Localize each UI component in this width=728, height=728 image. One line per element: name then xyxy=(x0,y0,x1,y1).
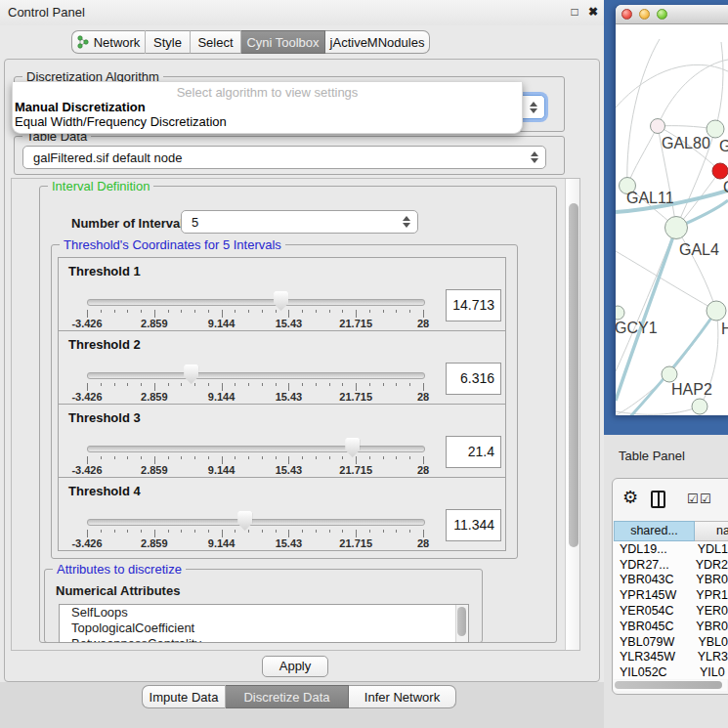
slider-handle[interactable] xyxy=(345,438,360,457)
table-row[interactable]: YPR145WYPR1 xyxy=(614,587,728,603)
tick-mark xyxy=(235,310,236,313)
column-layout-icon[interactable] xyxy=(651,491,665,508)
numerical-attributes-list[interactable]: SelfLoopsTopologicalCoefficientBetweenne… xyxy=(59,604,469,643)
tab-discretize-data[interactable]: Discretize Data xyxy=(226,685,349,708)
tab-impute-data[interactable]: Impute Data xyxy=(142,685,226,708)
tick-mark xyxy=(396,530,397,533)
network-edge[interactable] xyxy=(658,60,728,126)
checkbox-icon[interactable]: ☑ xyxy=(687,492,699,506)
table-cell-shared-name[interactable]: YBR043C xyxy=(614,573,692,586)
table-cell-name[interactable]: YPR1 xyxy=(692,588,728,602)
tab-select[interactable]: Select xyxy=(191,30,241,54)
slider-handle[interactable] xyxy=(184,364,198,384)
checkbox-icon[interactable]: ☑ xyxy=(700,492,711,506)
slider-handle[interactable] xyxy=(237,511,252,531)
table-cell-name[interactable]: YIL0 xyxy=(696,665,725,679)
attribute-item[interactable]: TopologicalCoefficient xyxy=(60,621,468,636)
slider-track[interactable] xyxy=(87,299,425,306)
zoom-window-button[interactable] xyxy=(657,9,667,20)
tick-mark xyxy=(208,456,209,459)
table-row[interactable]: YDL19...YDL1 xyxy=(614,541,728,557)
threshold-value-field[interactable]: 14.713 xyxy=(446,289,501,321)
table-row[interactable]: YER054CYER0 xyxy=(614,603,728,619)
network-node[interactable] xyxy=(651,119,665,134)
network-node[interactable] xyxy=(707,301,726,321)
network-canvas[interactable]: GAL80GGAL11CGAL4GCY1HHAP2 xyxy=(616,24,728,415)
network-edge[interactable] xyxy=(627,126,658,186)
network-edge[interactable] xyxy=(616,64,728,107)
network-node[interactable] xyxy=(665,217,688,239)
table-cell-name[interactable]: YER0 xyxy=(692,604,728,618)
table-cell-name[interactable]: YDL1 xyxy=(694,542,728,556)
table-row[interactable]: YIL052CYIL0 xyxy=(614,664,728,679)
tick-label: 9.144 xyxy=(208,318,236,329)
tick-mark xyxy=(423,383,424,391)
spinner-icon xyxy=(403,216,410,228)
attribute-item[interactable]: BetweennessCentrality xyxy=(60,636,468,643)
table-row[interactable]: YLR345WYLR3 xyxy=(614,650,728,665)
table-cell-name[interactable]: YBR0 xyxy=(692,573,728,586)
column-header-shared-name[interactable]: shared... xyxy=(614,521,695,541)
slider-track[interactable] xyxy=(87,372,425,379)
column-header-name[interactable]: na xyxy=(695,521,728,541)
table-row[interactable]: YDR27...YDR2 xyxy=(614,557,728,573)
table-cell-name[interactable]: YBR0 xyxy=(692,620,728,633)
slider-track[interactable] xyxy=(87,519,425,526)
table-cell-shared-name[interactable]: YDL19... xyxy=(614,542,694,556)
table-row[interactable]: YBR045CYBR0 xyxy=(614,619,728,634)
table-cell-shared-name[interactable]: YLR345W xyxy=(614,650,694,664)
table-data-group: Table Data galFiltered.sif default node xyxy=(14,136,565,175)
dropdown-option-manual[interactable]: Manual Discretization xyxy=(15,100,146,114)
vertical-scrollbar-thumb[interactable] xyxy=(569,203,578,547)
table-cell-shared-name[interactable]: YBL079W xyxy=(614,635,694,649)
table-cell-shared-name[interactable]: YER054C xyxy=(614,604,692,618)
tab-network[interactable]: Network xyxy=(71,30,146,54)
number-of-intervals-combobox[interactable]: 5 xyxy=(181,210,418,234)
list-scrollbar[interactable] xyxy=(455,605,468,642)
tab-cyni-toolbox[interactable]: Cyni Toolbox xyxy=(241,30,325,54)
horizontal-scrollbar[interactable] xyxy=(614,680,727,691)
threshold-label: Threshold 2 xyxy=(68,337,141,352)
vertical-scrollbar[interactable] xyxy=(565,179,579,650)
table-cell-name[interactable]: YDR2 xyxy=(692,558,728,572)
gear-icon[interactable]: ⚙ xyxy=(622,488,638,507)
table-cell-shared-name[interactable]: YBR045C xyxy=(614,620,692,633)
top-tab-bar: Network Style Select Cyni Toolbox jActiv… xyxy=(71,30,430,54)
network-edge[interactable] xyxy=(676,228,716,311)
network-node[interactable] xyxy=(712,163,728,179)
horizontal-scrollbar-thumb[interactable] xyxy=(615,681,722,689)
dropdown-option-equal-width[interactable]: Equal Width/Frequency Discretization xyxy=(15,114,227,129)
attribute-item[interactable]: SelfLoops xyxy=(60,605,468,621)
network-window-titlebar[interactable] xyxy=(616,5,728,24)
close-panel-icon[interactable]: ✖ xyxy=(585,4,601,20)
tab-jactivemnodules[interactable]: jActiveMNodules xyxy=(325,30,430,54)
tick-mark xyxy=(168,383,169,386)
apply-button[interactable]: Apply xyxy=(262,656,328,677)
tab-style[interactable]: Style xyxy=(146,30,191,54)
table-row[interactable]: YBR043CYBR0 xyxy=(614,573,728,588)
slider-track[interactable] xyxy=(87,446,425,452)
table-cell-name[interactable]: YBL0 xyxy=(694,635,728,649)
minimize-window-button[interactable] xyxy=(639,9,650,20)
list-scrollbar-thumb[interactable] xyxy=(457,607,466,636)
tick-labels: -3.4262.8599.14415.4321.71528 xyxy=(87,464,423,476)
threshold-value-field[interactable]: 11.344 xyxy=(446,509,501,541)
threshold-value-field[interactable]: 21.4 xyxy=(446,436,501,468)
float-window-icon[interactable]: □ xyxy=(567,4,582,20)
network-node[interactable] xyxy=(616,306,624,320)
threshold-value-field[interactable]: 6.316 xyxy=(446,363,501,395)
tick-mark xyxy=(356,310,357,318)
table-cell-shared-name[interactable]: YIL052C xyxy=(614,665,696,679)
network-node[interactable] xyxy=(662,366,677,382)
network-edge[interactable] xyxy=(715,42,723,129)
table-cell-shared-name[interactable]: YPR145W xyxy=(614,588,692,602)
network-edge[interactable] xyxy=(627,39,660,186)
slider-handle[interactable] xyxy=(274,291,288,311)
table-data-combobox[interactable]: galFiltered.sif default node xyxy=(22,146,546,169)
table-cell-name[interactable]: YLR3 xyxy=(694,650,728,664)
close-window-button[interactable] xyxy=(621,9,632,20)
tab-infer-network[interactable]: Infer Network xyxy=(349,685,456,708)
table-cell-shared-name[interactable]: YDR27... xyxy=(614,558,692,572)
network-node[interactable] xyxy=(692,399,707,414)
table-row[interactable]: YBL079WYBL0 xyxy=(614,634,728,650)
